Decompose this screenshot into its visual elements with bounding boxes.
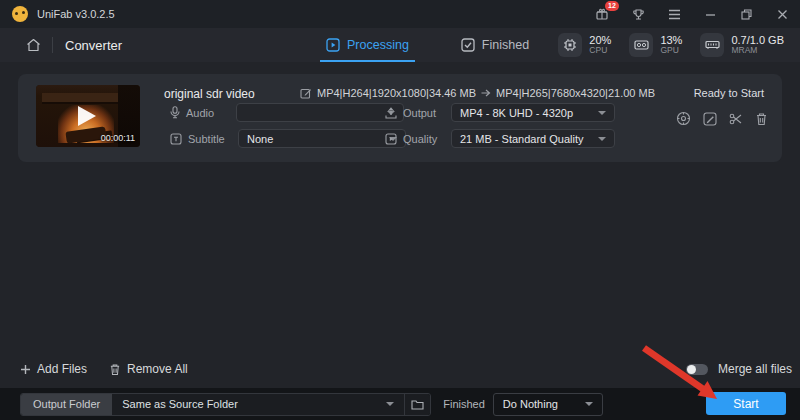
hamburger-menu-icon xyxy=(668,9,681,20)
title-bar: UniFab v3.0.2.5 12 xyxy=(0,0,800,28)
merge-control: Merge all files xyxy=(686,362,800,376)
subtitle-value: None xyxy=(247,133,273,145)
minimize-button[interactable] xyxy=(702,6,718,22)
video-edit-icon xyxy=(703,112,717,126)
restore-icon xyxy=(741,9,752,20)
plus-icon xyxy=(20,364,31,375)
close-icon xyxy=(777,9,788,20)
mram-stat: 0.7/1.0 GB MRAM xyxy=(700,33,784,57)
quality-dropdown[interactable]: 21 MB - Standard Quality xyxy=(451,129,615,148)
chevron-down-icon xyxy=(585,402,593,406)
finished-label: Finished xyxy=(443,398,485,410)
bottom-bar: Output Folder Same as Source Folder Fini… xyxy=(0,388,800,420)
status-label: Ready to Start xyxy=(694,87,764,99)
output-value: MP4 - 8K UHD - 4320p xyxy=(460,107,573,119)
trophy-button[interactable] xyxy=(630,6,646,22)
restore-button[interactable] xyxy=(738,6,754,22)
delete-button[interactable] xyxy=(753,110,770,127)
file-row-actions xyxy=(675,110,770,127)
trophy-icon xyxy=(632,8,645,21)
merge-label: Merge all files xyxy=(718,362,792,376)
cpu-label: CPU xyxy=(589,46,611,56)
file-title: original sdr video xyxy=(164,87,255,101)
output-dropdown[interactable]: MP4 - 8K UHD - 4320p xyxy=(451,103,615,122)
remove-all-label: Remove All xyxy=(127,362,188,376)
divider xyxy=(52,37,53,53)
notification-badge: 12 xyxy=(605,1,619,11)
menu-button[interactable] xyxy=(666,6,682,22)
output-folder-group: Output Folder Same as Source Folder xyxy=(20,393,431,416)
resource-stats: 20% CPU 13% GPU 0.7/1.0 GB M xyxy=(558,33,800,57)
unifab-logo-icon xyxy=(12,6,28,22)
output-folder-value: Same as Source Folder xyxy=(122,398,238,410)
arrow-right-icon xyxy=(481,89,491,97)
remove-all-button[interactable]: Remove All xyxy=(109,362,188,376)
source-format: MP4|H264|1920x1080|34.46 MB xyxy=(317,87,476,99)
scissors-icon xyxy=(729,112,743,126)
tab-bar: Processing Finished xyxy=(322,28,533,62)
folder-icon xyxy=(411,399,424,410)
mram-label: MRAM xyxy=(731,46,784,56)
advanced-settings-button[interactable] xyxy=(675,110,692,127)
window-title: UniFab v3.0.2.5 xyxy=(37,8,115,20)
processing-icon xyxy=(326,38,340,52)
trash-icon xyxy=(755,112,768,126)
quality-icon xyxy=(385,133,397,145)
microphone-icon xyxy=(170,106,180,119)
output-row: Output MP4 - 8K UHD - 4320p xyxy=(385,103,615,122)
gear-icon xyxy=(676,111,691,126)
cpu-stat: 20% CPU xyxy=(558,33,611,57)
gift-button[interactable]: 12 xyxy=(594,6,610,22)
cut-button[interactable] xyxy=(727,110,744,127)
video-thumbnail[interactable]: 00:00:11 xyxy=(36,85,140,147)
audio-row: Audio xyxy=(170,103,404,122)
cpu-icon xyxy=(558,33,582,57)
duration-label: 00:00:11 xyxy=(101,133,135,143)
finished-action-value: Do Nothing xyxy=(503,398,558,410)
tab-processing[interactable]: Processing xyxy=(322,28,413,62)
quality-row: Quality 21 MB - Standard Quality xyxy=(385,129,615,148)
quality-value: 21 MB - Standard Quality xyxy=(460,133,584,145)
chevron-down-icon xyxy=(386,402,394,406)
subtitle-label: Subtitle xyxy=(188,133,228,145)
finished-action-select[interactable]: Do Nothing xyxy=(493,393,603,416)
memory-icon xyxy=(700,33,724,57)
start-button[interactable]: Start xyxy=(706,392,786,415)
close-button[interactable] xyxy=(774,6,790,22)
upload-icon xyxy=(385,107,397,119)
minimize-icon xyxy=(705,9,716,20)
gpu-icon xyxy=(629,33,653,57)
finished-icon xyxy=(461,38,475,52)
add-files-button[interactable]: Add Files xyxy=(20,362,87,376)
gpu-label: GPU xyxy=(660,46,682,56)
subtitle-row: Subtitle None xyxy=(170,129,406,148)
module-title: Converter xyxy=(65,38,122,53)
browse-folder-button[interactable] xyxy=(404,394,430,415)
unifab-window: UniFab v3.0.2.5 12 xyxy=(0,0,800,420)
format-info: MP4|H264|1920x1080|34.46 MB MP4|H265|768… xyxy=(300,87,655,99)
list-actions-bar: Add Files Remove All Merge all files xyxy=(0,356,800,382)
add-files-label: Add Files xyxy=(37,362,87,376)
merge-toggle[interactable] xyxy=(686,364,708,375)
target-format: MP4|H265|7680x4320|21.00 MB xyxy=(496,87,655,99)
video-edit-button[interactable] xyxy=(701,110,718,127)
audio-dropdown[interactable] xyxy=(236,103,404,122)
subtitle-icon xyxy=(170,133,182,145)
tab-processing-label: Processing xyxy=(347,38,409,52)
output-folder-button[interactable]: Output Folder xyxy=(21,394,112,415)
play-icon[interactable] xyxy=(78,106,96,126)
subtitle-dropdown[interactable]: None xyxy=(238,129,406,148)
quality-label: Quality xyxy=(403,133,441,145)
trash-icon xyxy=(109,363,121,376)
home-icon xyxy=(26,38,41,52)
home-button[interactable] xyxy=(24,36,42,54)
tab-finished[interactable]: Finished xyxy=(457,28,533,62)
chevron-down-icon xyxy=(598,137,606,141)
output-label: Output xyxy=(403,107,441,119)
output-folder-select[interactable]: Same as Source Folder xyxy=(112,394,404,415)
rename-icon[interactable] xyxy=(300,87,312,99)
gpu-stat: 13% GPU xyxy=(629,33,682,57)
tab-finished-label: Finished xyxy=(482,38,529,52)
nav-bar: Converter Processing Finished 20% CPU xyxy=(0,28,800,62)
file-row-card: 00:00:11 original sdr video MP4|H264|192… xyxy=(18,74,782,162)
